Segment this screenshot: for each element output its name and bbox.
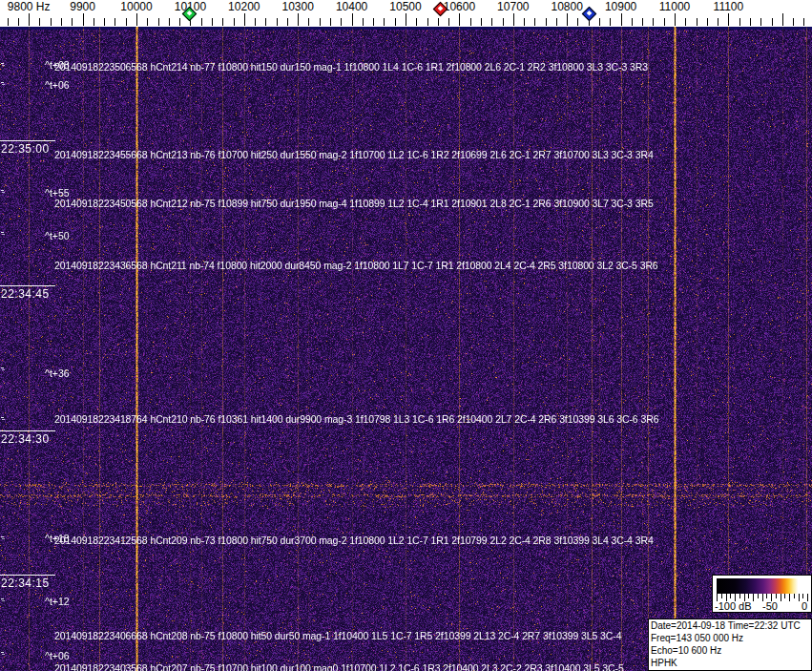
minor-tick [470, 18, 471, 26]
minor-tick [330, 18, 331, 26]
db-gradient-bar [717, 578, 808, 594]
freq-marker-red[interactable] [433, 2, 448, 17]
event-time-marker: ^t+06 [45, 79, 70, 91]
minor-tick [341, 18, 342, 26]
db-tick [802, 594, 803, 598]
minor-tick [126, 18, 127, 26]
event-time-marker: ^t+36 [45, 367, 70, 379]
frequency-tick-label: 10900 [605, 0, 636, 13]
minor-tick [642, 18, 643, 26]
minor-tick [61, 18, 62, 26]
minor-tick [685, 18, 686, 26]
minor-tick [697, 18, 697, 26]
minor-tick [664, 18, 665, 26]
event-time-marker: ^t+50 [45, 230, 70, 241]
minor-tick [491, 18, 492, 26]
time-edge-tick [1, 232, 4, 233]
minor-tick [320, 18, 321, 26]
detection-data-line: 20140918223403568 hCnt207 nb-75 f10700 h… [54, 662, 624, 671]
minor-tick [287, 18, 288, 26]
major-tick [406, 13, 406, 26]
major-tick [136, 13, 137, 26]
minor-tick [448, 18, 449, 26]
minor-tick [803, 18, 804, 26]
diamond-highlight [587, 10, 593, 16]
minor-tick [234, 18, 235, 26]
minor-tick [793, 18, 794, 26]
frequency-tick-label: 10300 [282, 0, 314, 13]
frequency-tick-label: 10200 [228, 0, 260, 13]
frequency-tick-label: 10700 [497, 0, 529, 13]
diamond-highlight [438, 6, 444, 11]
minor-tick [201, 18, 202, 26]
info-line: Freq=143 050 000 Hz [651, 632, 809, 644]
minor-tick [104, 18, 105, 26]
minor-tick [51, 18, 52, 26]
major-tick [244, 13, 245, 26]
freq-marker-blue[interactable] [582, 7, 597, 22]
time-edge-tick [1, 536, 4, 537]
minor-tick [427, 18, 428, 26]
diamond-highlight [187, 10, 193, 16]
minor-tick [169, 18, 170, 26]
blue-diamond-icon [582, 7, 597, 22]
db-tick [766, 594, 767, 598]
minor-tick [384, 18, 385, 26]
freq-marker-green[interactable] [182, 7, 198, 22]
frequency-tick-label: 9900 [70, 0, 95, 13]
time-edge-tick [1, 367, 4, 368]
minor-tick [610, 18, 611, 26]
minor-tick [18, 18, 19, 26]
time-edge-tick [1, 598, 4, 599]
info-box: Date=2014-09-18 Time=22:32 UTCFreq=143 0… [648, 619, 812, 671]
minor-tick [222, 18, 223, 26]
detection-data-line: 20140918223412568 hCnt209 nb-73 f10800 h… [54, 535, 654, 546]
db-tick [758, 594, 759, 598]
detection-data-line: 20140918223450568 hCnt212 nb-75 f10899 h… [54, 198, 654, 209]
minor-tick [718, 18, 718, 26]
minor-tick [481, 18, 482, 26]
major-tick [83, 13, 84, 26]
minor-tick [546, 18, 547, 26]
minor-tick [503, 18, 504, 26]
major-tick [513, 13, 514, 26]
detection-data-line: 20140918223455668 hCnt213 nb-76 f10700 h… [54, 149, 654, 160]
time-edge-tick [1, 190, 4, 191]
minor-tick [158, 18, 159, 26]
event-time-marker: ^t+06 [45, 650, 70, 661]
time-edge-tick [1, 417, 4, 418]
minor-tick [115, 18, 115, 26]
minor-tick [577, 18, 578, 26]
minor-tick [760, 18, 761, 26]
time-axis-label: 22:34:15 [0, 575, 55, 590]
info-line: Echo=10 600 Hz [651, 644, 809, 657]
minor-tick [373, 18, 374, 26]
minor-tick [707, 18, 708, 26]
time-axis-label: 22:35:00 [0, 140, 55, 156]
time-axis-label: 22:34:30 [0, 430, 55, 446]
minor-tick [772, 18, 773, 26]
minor-tick [363, 18, 364, 26]
minor-tick [255, 18, 256, 26]
major-tick [621, 13, 622, 26]
time-edge-tick [1, 652, 4, 653]
minor-tick [653, 18, 654, 26]
minor-tick [599, 18, 600, 26]
minor-tick [534, 18, 535, 26]
frequency-tick-label: 10000 [120, 0, 152, 13]
minor-tick [739, 18, 740, 26]
frequency-ruler: 9800 Hz990010000101001020010300104001050… [0, 0, 812, 27]
spectrogram-app: 9800 Hz990010000101001020010300104001050… [0, 0, 812, 671]
major-tick [459, 13, 460, 26]
frequency-tick-label: 11000 [659, 0, 690, 13]
minor-tick [556, 18, 557, 26]
db-tick [721, 594, 722, 598]
minor-tick [750, 18, 751, 26]
detection-data-line: 20140918223436568 hCnt211 nb-74 f10800 h… [54, 260, 658, 271]
major-tick [567, 13, 568, 26]
event-time-marker: ^t+12 [45, 596, 70, 607]
minor-tick [277, 18, 278, 26]
minor-tick [524, 18, 525, 26]
db-tick [748, 594, 749, 598]
info-line: HPHK [651, 657, 809, 669]
